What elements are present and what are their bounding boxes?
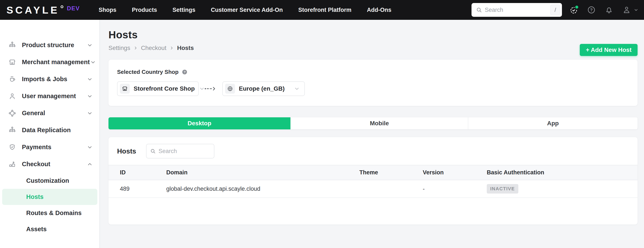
breadcrumb-checkout[interactable]: Checkout — [141, 45, 166, 51]
brand-ring-icon — [60, 5, 63, 8]
sidebar-item-product-structure[interactable]: Product structure — [0, 37, 100, 54]
sidebar-item-label: Checkout — [22, 161, 86, 168]
sidebar-item-assets[interactable]: Assets — [0, 221, 100, 237]
nav-item-customer-service-addon[interactable]: Customer Service Add-On — [211, 7, 283, 13]
shop-icon — [120, 84, 130, 94]
checkout-icon — [8, 160, 16, 168]
shop-selector-card: Selected Country Shop ? Storefront Core … — [108, 60, 638, 106]
cell-id: 489 — [120, 186, 166, 192]
sidebar-item-user-management[interactable]: User management — [0, 88, 100, 105]
sidebar-item-label: Payments — [22, 144, 86, 151]
sidebar-item-general[interactable]: General — [0, 105, 100, 122]
main-nav: Shops Products Settings Customer Service… — [98, 7, 392, 13]
account-menu[interactable] — [622, 5, 639, 15]
shop-selector-label: Selected Country Shop — [117, 69, 178, 75]
hosts-table-card: Hosts ID Domain Theme Version Basic Auth… — [108, 137, 638, 224]
storefront-icon — [8, 58, 16, 66]
tab-mobile[interactable]: Mobile — [290, 117, 468, 129]
brand-logo[interactable]: SCAYLE DEV — [6, 5, 80, 15]
breadcrumb-hosts: Hosts — [177, 45, 194, 51]
country-dropdown[interactable]: Europe (en_GB) — [222, 81, 305, 96]
sidebar-item-label: Product structure — [22, 42, 86, 49]
sidebar-item-hosts[interactable]: Hosts — [2, 189, 97, 205]
payments-icon — [8, 143, 16, 151]
shop-dropdown[interactable]: Storefront Core Shop — [117, 81, 199, 96]
sidebar-item-checkout[interactable]: Checkout — [0, 156, 100, 173]
breadcrumb-settings[interactable]: Settings — [108, 45, 130, 51]
cell-domain: global-dev.checkout.api.scayle.cloud — [166, 186, 360, 192]
chevron-right-icon — [169, 46, 174, 50]
nodes-icon — [8, 109, 16, 117]
sidebar-item-customization[interactable]: Customization — [0, 173, 100, 189]
sidebar-item-label: Imports & Jobs — [22, 76, 86, 83]
navbar-icons: ? — [569, 0, 639, 20]
account-icon — [622, 5, 631, 15]
column-header-domain: Domain — [166, 169, 360, 176]
cell-version: - — [423, 186, 487, 192]
search-icon — [150, 148, 156, 154]
globe-icon — [225, 84, 235, 94]
svg-text:?: ? — [184, 70, 186, 74]
sidebar-item-label: Merchant management — [22, 59, 90, 66]
nav-item-products[interactable]: Products — [132, 7, 157, 13]
hierarchy-icon — [8, 126, 16, 134]
main-content: Hosts Settings Checkout Hosts + Add New … — [100, 20, 644, 248]
tab-app[interactable]: App — [468, 117, 638, 129]
sidebar-item-imports-jobs[interactable]: Imports & Jobs — [0, 71, 100, 88]
hosts-search[interactable] — [146, 144, 214, 158]
chevron-down-icon — [86, 144, 93, 151]
sidebar-item-payments[interactable]: Payments — [0, 139, 100, 156]
help-filled-icon[interactable]: ? — [182, 69, 188, 75]
system-status-icon[interactable] — [569, 5, 578, 15]
chevron-down-icon — [294, 85, 300, 92]
chevron-down-icon — [90, 59, 96, 65]
chevron-down-icon — [633, 7, 639, 13]
nav-item-add-ons[interactable]: Add-Ons — [367, 7, 392, 13]
sidebar-item-label: Data Replication — [22, 127, 93, 134]
page-title: Hosts — [108, 29, 638, 41]
sidebar: Product structure Merchant management Im… — [0, 20, 100, 248]
add-new-host-button[interactable]: + Add New Host — [580, 44, 638, 56]
chevron-down-icon — [86, 93, 93, 99]
country-dropdown-value: Europe (en_GB) — [239, 85, 290, 92]
nav-item-settings[interactable]: Settings — [172, 7, 196, 13]
hosts-search-input[interactable] — [158, 148, 211, 155]
table-header: ID Domain Theme Version Basic Authentica… — [108, 165, 638, 180]
svg-text:?: ? — [590, 8, 593, 12]
chevron-down-icon — [86, 42, 93, 48]
search-shortcut-key: / — [550, 5, 560, 15]
sidebar-item-label: User management — [22, 93, 86, 100]
global-search[interactable]: / — [472, 3, 562, 17]
table-row[interactable]: 489 global-dev.checkout.api.scayle.cloud… — [108, 180, 638, 198]
coffee-icon — [8, 75, 16, 83]
column-header-version: Version — [423, 169, 487, 176]
sidebar-item-routes-domains[interactable]: Routes & Domains — [0, 205, 100, 221]
chevron-up-icon — [86, 161, 93, 168]
global-search-input[interactable] — [485, 7, 550, 13]
status-dot-icon — [574, 5, 579, 10]
chevron-down-icon — [86, 110, 93, 116]
chevron-right-icon — [133, 46, 138, 50]
dashed-arrow-icon — [204, 86, 217, 91]
column-header-theme: Theme — [360, 169, 423, 176]
help-icon[interactable]: ? — [587, 5, 596, 15]
shop-dropdown-value: Storefront Core Shop — [134, 85, 195, 92]
sidebar-item-data-replication[interactable]: Data Replication — [0, 122, 100, 139]
top-navbar: SCAYLE DEV Shops Products Settings Custo… — [0, 0, 644, 20]
hosts-panel-title: Hosts — [117, 147, 136, 155]
tab-desktop[interactable]: Desktop — [108, 117, 290, 129]
sidebar-item-merchant-management[interactable]: Merchant management — [0, 54, 100, 71]
breadcrumb: Settings Checkout Hosts — [108, 45, 638, 51]
column-header-basic-auth: Basic Authentication — [487, 169, 638, 176]
nav-item-shops[interactable]: Shops — [98, 7, 116, 13]
chevron-down-icon — [86, 76, 93, 82]
hierarchy-icon — [8, 41, 16, 49]
device-tabs: Desktop Mobile App — [108, 117, 638, 129]
brand-name: SCAYLE — [6, 5, 59, 15]
user-icon — [8, 92, 16, 100]
nav-item-storefront-platform[interactable]: Storefront Platform — [298, 7, 352, 13]
search-icon — [476, 7, 482, 13]
sidebar-item-label: General — [22, 109, 86, 117]
notifications-bell-icon[interactable] — [604, 5, 614, 15]
column-header-id: ID — [120, 169, 166, 176]
